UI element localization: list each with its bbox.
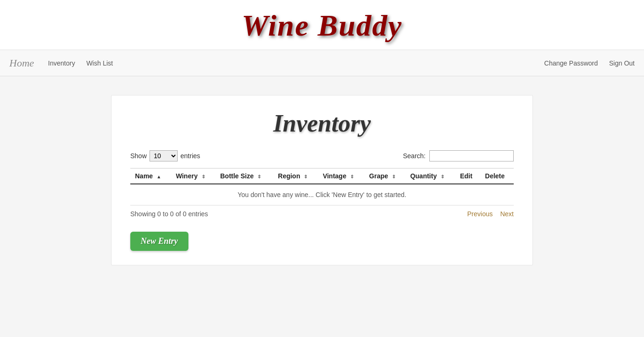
logo-area: Wine Buddy bbox=[0, 0, 644, 50]
showing-text: Showing 0 to 0 of 0 entries bbox=[130, 210, 208, 218]
empty-message: You don't have any wine... Click 'New En… bbox=[130, 184, 514, 205]
col-bottle-size[interactable]: Bottle Size ⇕ bbox=[216, 168, 273, 184]
sort-grape-icon: ⇕ bbox=[392, 174, 396, 179]
nav-link-inventory[interactable]: Inventory bbox=[48, 59, 75, 67]
navbar: Home Inventory Wish List Change Password… bbox=[0, 50, 644, 76]
sort-bottlesize-icon: ⇕ bbox=[257, 174, 261, 179]
main-content: Inventory Show 10 25 50 100 entries Sear… bbox=[111, 95, 533, 265]
app-title: Wine Buddy bbox=[242, 9, 403, 42]
entries-label: entries bbox=[180, 152, 200, 160]
table-header: Name ▲ Winery ⇕ Bottle Size ⇕ Region ⇕ V… bbox=[130, 168, 514, 184]
empty-row: You don't have any wine... Click 'New En… bbox=[130, 184, 514, 205]
col-region[interactable]: Region ⇕ bbox=[273, 168, 318, 184]
controls-row: Show 10 25 50 100 entries Search: bbox=[130, 150, 514, 161]
new-entry-button[interactable]: New Entry bbox=[130, 232, 188, 251]
col-vintage[interactable]: Vintage ⇕ bbox=[318, 168, 365, 184]
sort-winery-icon: ⇕ bbox=[202, 174, 205, 179]
sort-region-icon: ⇕ bbox=[304, 174, 307, 179]
inventory-table: Name ▲ Winery ⇕ Bottle Size ⇕ Region ⇕ V… bbox=[130, 168, 514, 205]
col-name[interactable]: Name ▲ bbox=[130, 168, 171, 184]
nav-home[interactable]: Home bbox=[9, 57, 34, 69]
table-body: You don't have any wine... Click 'New En… bbox=[130, 184, 514, 205]
col-edit: Edit bbox=[455, 168, 480, 184]
entries-select[interactable]: 10 25 50 100 bbox=[150, 150, 178, 161]
show-entries: Show 10 25 50 100 entries bbox=[130, 150, 200, 161]
search-label: Search: bbox=[403, 152, 426, 160]
col-delete: Delete bbox=[480, 168, 514, 184]
pagination-row: Showing 0 to 0 of 0 entries Previous Nex… bbox=[130, 210, 514, 218]
search-input[interactable] bbox=[429, 150, 514, 161]
nav-change-password[interactable]: Change Password bbox=[544, 59, 598, 67]
sort-name-icon: ▲ bbox=[157, 174, 161, 179]
col-grape[interactable]: Grape ⇕ bbox=[365, 168, 406, 184]
nav-sign-out[interactable]: Sign Out bbox=[609, 59, 635, 67]
col-winery[interactable]: Winery ⇕ bbox=[171, 168, 216, 184]
nav-link-wishlist[interactable]: Wish List bbox=[86, 59, 113, 67]
next-button[interactable]: Next bbox=[500, 210, 514, 218]
search-area: Search: bbox=[403, 150, 514, 161]
pagination-links: Previous Next bbox=[467, 210, 514, 218]
table-header-row: Name ▲ Winery ⇕ Bottle Size ⇕ Region ⇕ V… bbox=[130, 168, 514, 184]
sort-vintage-icon: ⇕ bbox=[350, 174, 354, 179]
page-title: Inventory bbox=[130, 110, 514, 137]
previous-button[interactable]: Previous bbox=[467, 210, 493, 218]
nav-right: Change Password Sign Out bbox=[544, 59, 635, 67]
col-quantity[interactable]: Quantity ⇕ bbox=[405, 168, 455, 184]
sort-quantity-icon: ⇕ bbox=[441, 174, 444, 179]
show-label: Show bbox=[130, 152, 147, 160]
